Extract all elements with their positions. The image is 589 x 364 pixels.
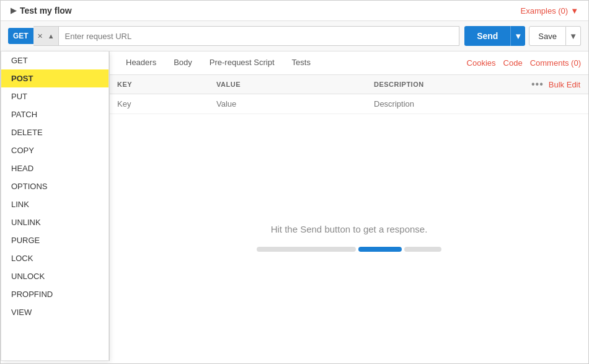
method-option-purge[interactable]: PURGE [1,231,108,249]
method-option-unlock[interactable]: UNLOCK [1,267,108,285]
method-button[interactable]: GET [8,28,33,44]
method-option-patch[interactable]: PATCH [1,105,108,123]
bar-segment-blue [358,247,402,252]
col-desc-header: DESCRIPTION [374,81,531,88]
method-controls: ✕ ▲ [33,26,59,46]
col-value-header: VALUE [216,81,374,88]
bar-segment-right [404,247,441,252]
send-button[interactable]: Send [464,26,510,46]
title-chevron-icon: ▶ [11,6,16,15]
method-dropdown-icon[interactable]: ▲ [46,31,56,41]
main-layout: GET POST PUT PATCH DELETE COPY HEAD OPTI… [1,51,588,361]
method-option-options[interactable]: OPTIONS [1,177,108,195]
bulk-edit-button[interactable]: Bulk Edit [549,80,580,89]
send-dropdown-button[interactable]: ▼ [510,26,525,46]
url-input[interactable] [59,26,460,46]
app-header: ▶ Test my flow Examples (0) ▼ [1,1,588,21]
tabs-right: Cookies Code Comments (0) [467,58,581,68]
row-value-cell [216,99,374,109]
comments-link[interactable]: Comments (0) [530,58,581,68]
method-option-propfind[interactable]: PROPFIND [1,285,108,303]
method-option-unlink[interactable]: UNLINK [1,213,108,231]
key-input[interactable] [117,99,216,109]
col-key-header: KEY [117,81,216,88]
method-option-post[interactable]: POST [1,69,108,87]
col-actions-header: ••• Bulk Edit [531,79,581,90]
tabs-bar: Headers Body Pre-request Script Tests Co… [110,51,588,75]
save-button[interactable]: Save [529,26,566,46]
method-dropdown-menu: GET POST PUT PATCH DELETE COPY HEAD OPTI… [1,51,109,361]
cookies-link[interactable]: Cookies [467,58,496,68]
method-option-view[interactable]: VIEW [1,303,108,321]
method-option-copy[interactable]: COPY [1,141,108,159]
method-option-get[interactable]: GET [1,51,108,69]
method-option-put[interactable]: PUT [1,87,108,105]
clear-method-icon[interactable]: ✕ [36,31,44,42]
tab-body[interactable]: Body [165,51,201,74]
tab-headers[interactable]: Headers [117,51,165,74]
method-option-lock[interactable]: LOCK [1,249,108,267]
value-input[interactable] [216,99,374,109]
bar-segment-left [257,247,356,252]
dots-icon[interactable]: ••• [531,79,544,90]
method-option-delete[interactable]: DELETE [1,123,108,141]
table-row [110,94,588,114]
response-bar [257,247,441,252]
url-bar: GET ✕ ▲ Send ▼ Save ▼ [1,21,588,51]
examples-link[interactable]: Examples (0) ▼ [521,6,578,16]
method-label: GET [13,32,29,40]
header-title-group: ▶ Test my flow [11,6,72,16]
tabs-left: Headers Body Pre-request Script Tests [117,51,319,74]
method-option-head[interactable]: HEAD [1,159,108,177]
code-link[interactable]: Code [503,58,523,68]
table-header: KEY VALUE DESCRIPTION ••• Bulk Edit [110,75,588,94]
row-desc-cell [374,99,531,109]
save-button-group: Save ▼ [529,26,581,46]
row-key-cell [117,99,216,109]
response-area: Hit the Send button to get a response. [110,114,588,361]
request-panel: Headers Body Pre-request Script Tests Co… [109,51,588,361]
method-option-link[interactable]: LINK [1,195,108,213]
tab-pre-request-script[interactable]: Pre-request Script [201,51,283,74]
page-title: Test my flow [20,6,72,16]
tab-tests[interactable]: Tests [283,51,319,74]
save-dropdown-button[interactable]: ▼ [566,26,581,46]
send-button-group: Send ▼ [464,26,525,46]
description-input[interactable] [374,99,531,109]
response-message: Hit the Send button to get a response. [271,224,428,234]
